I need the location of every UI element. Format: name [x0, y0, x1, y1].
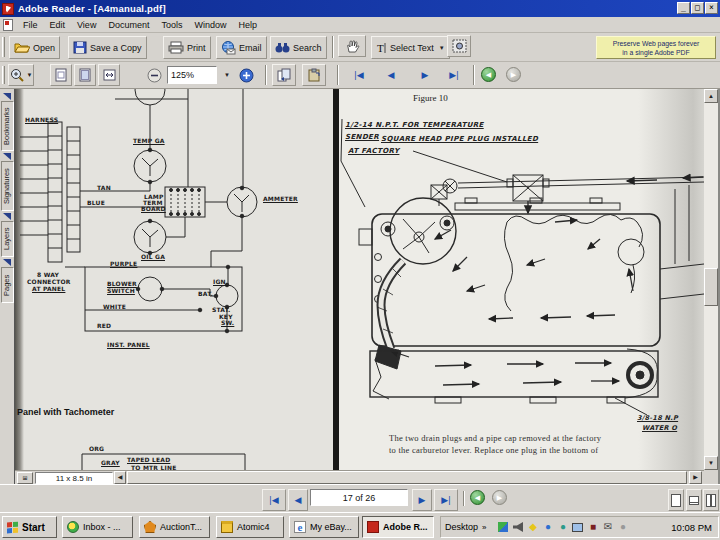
page-size-indicator[interactable]: 11 x 8.5 in: [35, 472, 113, 484]
zoom-level-input[interactable]: [167, 66, 217, 84]
menu-file[interactable]: File: [17, 18, 44, 32]
taskbar-item-atomic4[interactable]: Atomic4: [216, 516, 284, 538]
menu-edit[interactable]: Edit: [44, 18, 72, 32]
tray-network-globe-icon[interactable]: ●: [556, 521, 569, 534]
pdf-page-view[interactable]: HARNESS TEMP GA TAN BLUE LAMP TERM BOARD…: [15, 89, 704, 470]
taskbar-item-ebay[interactable]: e My eBay...: [289, 516, 359, 538]
rotate-view-button[interactable]: [272, 64, 296, 86]
save-copy-button[interactable]: Save a Copy: [68, 36, 147, 59]
nav-next-view-button[interactable]: ▶: [492, 490, 507, 505]
vertical-scroll-thumb[interactable]: [704, 268, 718, 306]
tab-layers[interactable]: Layers: [1, 221, 14, 257]
next-view-button[interactable]: ▶: [506, 67, 521, 82]
select-text-button[interactable]: T Select Text ▼: [371, 36, 450, 59]
nav-last-page-button[interactable]: ▶|: [434, 489, 458, 511]
email-button[interactable]: Email: [216, 36, 267, 59]
zoom-out-icon: [147, 68, 162, 83]
toolbar2-grip[interactable]: [2, 66, 5, 84]
tray-scheduler-icon[interactable]: ●: [616, 521, 629, 534]
fit-width-button[interactable]: [98, 64, 120, 86]
minimize-button[interactable]: _: [677, 2, 690, 14]
hscroll-right-button[interactable]: ▶: [689, 471, 702, 484]
chevron-expand-icon[interactable]: »: [482, 523, 486, 532]
preserve-web-pages-ad-button[interactable]: Preserve Web pages forever in a single A…: [596, 36, 716, 59]
nav-previous-view-button[interactable]: ◀: [470, 490, 485, 505]
actual-size-icon: [55, 68, 67, 82]
vertical-scrollbar[interactable]: ▲ ▼: [704, 89, 718, 470]
nav-prev-page-button[interactable]: ◀: [288, 489, 308, 511]
desktop-toolbar-label[interactable]: Desktop: [445, 522, 478, 532]
horizontal-scroll-thumb[interactable]: [127, 471, 687, 484]
menu-document[interactable]: Document: [102, 18, 155, 32]
toolbar-grip[interactable]: [2, 37, 5, 57]
tray-antivirus-icon[interactable]: ◆: [526, 521, 539, 534]
tray-update-icon[interactable]: ●: [541, 521, 554, 534]
select-text-dropdown-arrow[interactable]: ▼: [439, 45, 445, 51]
page-indicator-box[interactable]: 17 of 26: [310, 489, 408, 506]
scroll-down-button[interactable]: ▼: [704, 456, 718, 470]
scroll-up-button[interactable]: ▲: [704, 89, 718, 103]
zoom-in-icon: [239, 68, 254, 83]
zoom-out-button[interactable]: [144, 64, 164, 86]
taskbar-item-adobe-reader[interactable]: Adobe R...: [362, 516, 434, 538]
diagram-callout: WATER O: [642, 424, 677, 432]
facing-layout-button[interactable]: [703, 489, 719, 511]
zoom-tool-dropdown-arrow[interactable]: ▼: [27, 72, 33, 78]
menu-help[interactable]: Help: [232, 18, 263, 32]
tab-bookmarks[interactable]: Bookmarks: [1, 101, 14, 151]
pdf-document-icon[interactable]: [3, 19, 13, 31]
hscroll-left-button[interactable]: ◀: [114, 471, 126, 484]
last-page-button[interactable]: ▶|: [442, 64, 466, 86]
fit-page-button[interactable]: [74, 64, 96, 86]
tray-display-icon[interactable]: [571, 521, 584, 534]
screen: Adobe Reader - [A4manual.pdf] _ □ × File…: [0, 0, 720, 540]
first-page-button[interactable]: |◀: [347, 64, 371, 86]
continuous-layout-button[interactable]: [686, 489, 702, 511]
taskbar-item-inbox[interactable]: Inbox - ...: [62, 516, 133, 538]
menu-window[interactable]: Window: [188, 18, 232, 32]
tray-security-icon[interactable]: ■: [586, 521, 599, 534]
zoom-dropdown-arrow[interactable]: ▼: [224, 72, 230, 78]
prev-page-button[interactable]: ◀: [380, 64, 402, 86]
diagram-note: SQUARE HEAD PIPE PLUG INSTALLED: [381, 135, 538, 143]
single-page-layout-button[interactable]: [668, 489, 684, 511]
printer-icon: [168, 41, 184, 54]
diagram-label: BLOWER: [107, 280, 137, 287]
zoom-tool-button[interactable]: ▼: [8, 64, 34, 86]
svg-text:T: T: [377, 42, 384, 54]
print-label: Print: [187, 43, 206, 53]
hand-tool-button[interactable]: [338, 35, 366, 57]
diagram-label: AT PANEL: [32, 285, 65, 292]
previous-view-button[interactable]: ◀: [481, 67, 496, 82]
title-bar[interactable]: Adobe Reader - [A4manual.pdf] _ □ ×: [0, 0, 720, 17]
menu-tools[interactable]: Tools: [155, 18, 188, 32]
tray-graphics-icon[interactable]: [496, 521, 509, 534]
tray-mail-icon[interactable]: ✉: [601, 521, 614, 534]
snapshot-tool-button[interactable]: [447, 35, 471, 57]
actual-size-button[interactable]: [50, 64, 72, 86]
zoom-in-button[interactable]: [236, 64, 256, 86]
taskbar-item-auction[interactable]: AuctionT...: [139, 516, 210, 538]
restore-button[interactable]: □: [691, 2, 704, 14]
tab-signatures[interactable]: Signatures: [1, 161, 14, 211]
nav-next-page-button[interactable]: ▶: [412, 489, 432, 511]
nav-first-page-button[interactable]: |◀: [262, 489, 286, 511]
tray-volume-icon[interactable]: [511, 521, 524, 534]
search-button[interactable]: Search: [270, 36, 327, 59]
search-label: Search: [293, 43, 322, 53]
next-page-button[interactable]: ▶: [414, 64, 436, 86]
menu-view[interactable]: View: [71, 18, 102, 32]
adobe-reader-icon: [367, 521, 379, 533]
open-button[interactable]: Open: [9, 36, 60, 59]
scrollbar-corner: [704, 470, 718, 484]
close-button[interactable]: ×: [705, 2, 718, 14]
start-button[interactable]: Start: [2, 516, 57, 538]
paste-view-button[interactable]: [302, 64, 326, 86]
auction-app-icon: [144, 521, 156, 533]
tab-pages[interactable]: Pages: [1, 267, 14, 303]
print-button[interactable]: Print: [163, 36, 211, 59]
magnifier-icon: [10, 68, 25, 83]
badge-line1: Preserve Web pages forever: [597, 39, 715, 48]
splitter-handle-icon[interactable]: ⊞: [17, 472, 33, 484]
toolbar2-separator3: [473, 65, 475, 85]
